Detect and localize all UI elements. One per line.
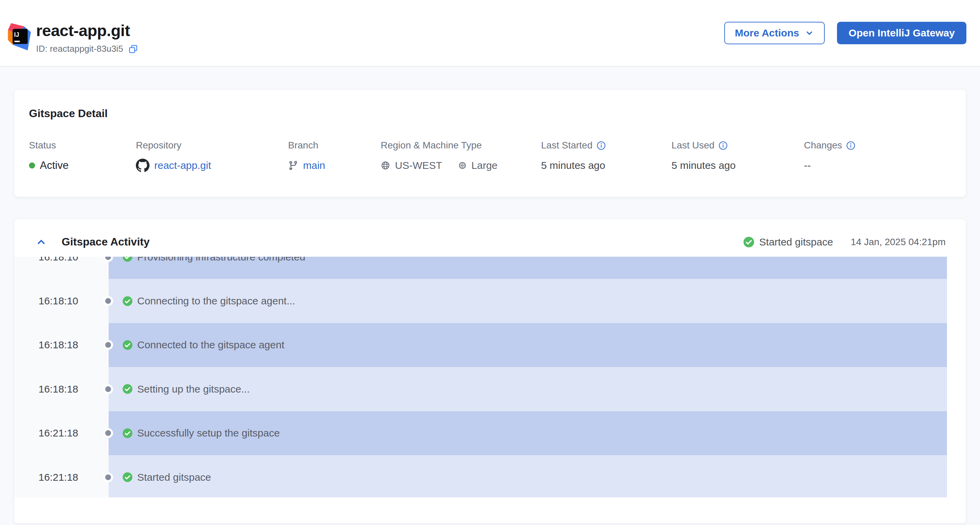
field-branch: Branch main bbox=[288, 140, 381, 173]
event-time: 16:21:18 bbox=[38, 471, 78, 483]
detail-card-heading: Gitspace Detail bbox=[29, 107, 108, 120]
info-icon[interactable] bbox=[597, 141, 606, 150]
repository-link[interactable]: react-app.git bbox=[154, 160, 211, 171]
event-time: 16:18:10 bbox=[38, 295, 78, 307]
activity-log-row: 16:21:18 Successfully setup the gitspace bbox=[14, 411, 966, 455]
open-intellij-gateway-button[interactable]: Open IntelliJ Gateway bbox=[837, 22, 966, 44]
collapse-activity-button[interactable] bbox=[35, 236, 47, 248]
activity-log: 16:18:10 Provisioning infrastructure com… bbox=[14, 257, 966, 498]
event-message: Connected to the gitspace agent bbox=[137, 339, 284, 351]
detail-fields: Status Active Repository react-app.git bbox=[29, 140, 855, 173]
region-value: US-WEST bbox=[395, 160, 442, 171]
timeline-dot bbox=[103, 384, 113, 394]
chevron-down-icon bbox=[805, 28, 814, 38]
gitspace-id-label: ID: reactappgit-83u3i5 bbox=[36, 44, 123, 54]
activity-heading: Gitspace Activity bbox=[62, 235, 150, 248]
last-used-label: Last Used bbox=[671, 140, 714, 151]
branch-label: Branch bbox=[288, 140, 318, 151]
activity-log-row: 16:18:10 Connecting to the gitspace agen… bbox=[14, 279, 966, 323]
check-circle-icon bbox=[122, 472, 133, 482]
event-message: Successfully setup the gitspace bbox=[137, 427, 280, 439]
field-status: Status Active bbox=[29, 140, 136, 173]
status-label: Status bbox=[29, 140, 56, 151]
git-branch-icon bbox=[288, 161, 298, 170]
last-started-value: 5 minutes ago bbox=[541, 160, 605, 171]
repository-label: Repository bbox=[136, 140, 181, 151]
activity-log-viewport[interactable]: 16:18:10 Provisioning infrastructure com… bbox=[14, 257, 966, 498]
last-used-value: 5 minutes ago bbox=[671, 160, 735, 171]
more-actions-button[interactable]: More Actions bbox=[724, 22, 825, 44]
check-circle-icon bbox=[122, 296, 133, 306]
check-circle-icon bbox=[122, 257, 133, 262]
page-title: react-app.git bbox=[36, 22, 138, 40]
activity-header: Gitspace Activity Started gitspace 14 Ja… bbox=[14, 219, 966, 257]
event-message: Started gitspace bbox=[137, 471, 211, 483]
chevron-up-icon bbox=[36, 237, 46, 247]
check-circle-icon bbox=[122, 340, 133, 350]
machine-group: Large bbox=[458, 160, 498, 171]
github-icon bbox=[136, 159, 150, 172]
event-message: Connecting to the gitspace agent... bbox=[137, 295, 295, 307]
activity-log-row: 16:18:18 Setting up the gitspace... bbox=[14, 367, 966, 411]
gitspace-detail-card: Gitspace Detail Status Active Repository bbox=[14, 89, 966, 197]
timeline-dot bbox=[103, 340, 113, 350]
intellij-idea-logo-icon: IJ bbox=[8, 23, 31, 50]
page-header: IJ react-app.git ID: reactappgit-83u3i5 … bbox=[0, 0, 980, 67]
branch-link[interactable]: main bbox=[303, 160, 325, 171]
activity-latest-status: Started gitspace 14 Jan, 2025 04:21pm bbox=[743, 236, 946, 248]
check-circle-icon bbox=[743, 236, 754, 248]
copy-icon[interactable] bbox=[128, 44, 138, 54]
more-actions-label: More Actions bbox=[735, 27, 799, 39]
title-block: react-app.git ID: reactappgit-83u3i5 bbox=[36, 22, 138, 54]
field-repository: Repository react-app.git bbox=[136, 140, 288, 173]
event-time: 16:18:18 bbox=[38, 383, 78, 395]
field-region-machine: Region & Machine Type US-WEST bbox=[381, 140, 541, 173]
activity-timestamp: 14 Jan, 2025 04:21pm bbox=[851, 237, 946, 248]
check-circle-icon bbox=[122, 384, 133, 394]
timeline-dot bbox=[103, 296, 113, 306]
region-machine-label: Region & Machine Type bbox=[381, 140, 482, 151]
globe-icon bbox=[381, 161, 390, 170]
event-message: Provisioning infrastructure completed bbox=[137, 257, 305, 263]
activity-log-row: 16:18:10 Provisioning infrastructure com… bbox=[14, 257, 966, 279]
info-icon[interactable] bbox=[719, 141, 728, 150]
check-circle-icon bbox=[122, 428, 133, 439]
changes-value: -- bbox=[804, 160, 811, 171]
svg-text:IJ: IJ bbox=[14, 31, 19, 38]
field-last-used: Last Used 5 minutes ago bbox=[671, 140, 804, 173]
info-icon[interactable] bbox=[846, 141, 855, 150]
activity-status-label: Started gitspace bbox=[759, 236, 833, 248]
timeline-dot bbox=[103, 472, 113, 482]
machine-type-value: Large bbox=[471, 160, 498, 171]
field-changes: Changes -- bbox=[804, 140, 855, 173]
field-last-started: Last Started 5 minutes ago bbox=[541, 140, 671, 173]
gitspace-id-row: ID: reactappgit-83u3i5 bbox=[36, 44, 138, 54]
status-dot bbox=[29, 162, 35, 169]
timeline-dot bbox=[103, 428, 113, 438]
event-time: 16:18:18 bbox=[38, 339, 78, 351]
changes-label: Changes bbox=[804, 140, 842, 151]
event-message: Setting up the gitspace... bbox=[137, 383, 250, 395]
status-value: Active bbox=[40, 159, 68, 172]
activity-log-row: 16:21:18 Started gitspace bbox=[14, 455, 966, 498]
last-started-label: Last Started bbox=[541, 140, 592, 151]
event-time: 16:18:10 bbox=[38, 257, 78, 263]
activity-log-row: 16:18:18 Connected to the gitspace agent bbox=[14, 323, 966, 367]
cpu-icon bbox=[458, 161, 467, 170]
header-actions: More Actions Open IntelliJ Gateway bbox=[724, 22, 966, 44]
event-time: 16:21:18 bbox=[38, 427, 78, 439]
gitspace-activity-card: Gitspace Activity Started gitspace 14 Ja… bbox=[14, 219, 966, 523]
